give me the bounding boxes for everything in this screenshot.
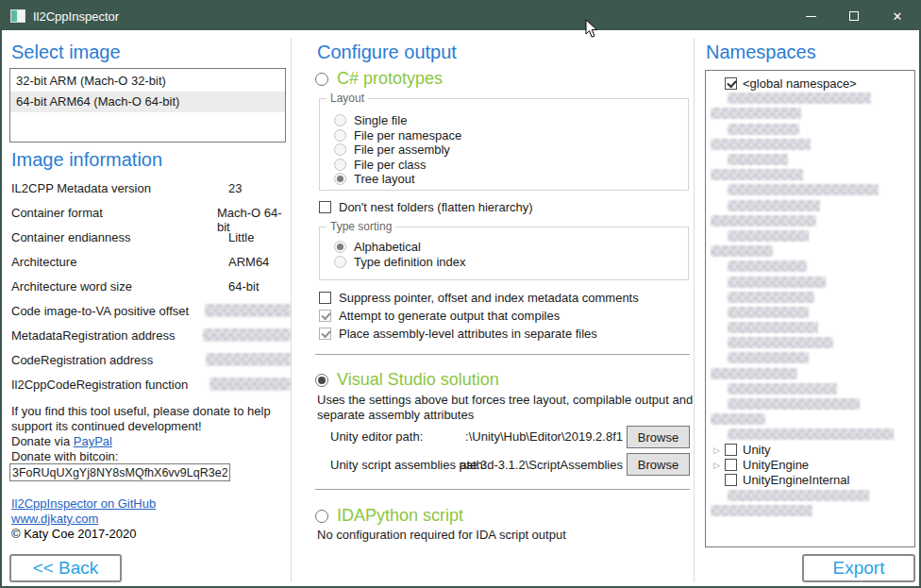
visual-studio-label: Visual Studio solution bbox=[337, 370, 499, 390]
minimize-button[interactable] bbox=[789, 2, 832, 30]
idapython-radio[interactable]: IDAPython script bbox=[315, 506, 463, 526]
image-list[interactable]: 32-bit ARM (Mach-O 32-bit)64-bit ARM64 (… bbox=[9, 68, 286, 143]
checkbox-icon[interactable] bbox=[725, 474, 737, 486]
type-sorting-option[interactable]: Type definition index bbox=[334, 255, 688, 270]
option-checkbox[interactable]: Attempt to generate output that compiles bbox=[319, 309, 560, 323]
namespace-redacted bbox=[711, 215, 816, 227]
namespace-item[interactable] bbox=[706, 290, 914, 305]
namespace-item[interactable] bbox=[706, 213, 914, 228]
namespace-item[interactable] bbox=[706, 412, 914, 427]
type-sorting-option[interactable]: Alphabetical bbox=[334, 240, 688, 255]
namespace-item[interactable] bbox=[706, 335, 914, 350]
namespace-redacted bbox=[728, 277, 826, 288]
option-checkbox-label: Suppress pointer, offset and index metad… bbox=[339, 291, 639, 305]
maximize-button[interactable] bbox=[832, 2, 876, 30]
layout-option[interactable]: File per class bbox=[334, 158, 688, 173]
namespace-item[interactable] bbox=[706, 182, 914, 197]
type-sorting-option-label: Type definition index bbox=[354, 255, 466, 269]
links-block: Il2CppInspector on GitHub www.djkaty.com… bbox=[11, 496, 156, 542]
info-value: 23 bbox=[228, 181, 242, 195]
configure-output-header: Configure output bbox=[317, 42, 457, 63]
namespace-item[interactable] bbox=[706, 244, 914, 259]
info-value: ARM64 bbox=[228, 255, 269, 269]
visual-studio-description: Uses the settings above but forces tree … bbox=[317, 393, 706, 423]
unity-editor-path-value[interactable]: :\Unity\Hub\Editor\2019.2.8f1 bbox=[321, 429, 623, 444]
namespace-item[interactable] bbox=[706, 167, 914, 182]
namespace-redacted bbox=[728, 337, 833, 348]
namespace-redacted bbox=[711, 413, 765, 425]
info-value-redacted bbox=[206, 353, 291, 366]
info-value: 64-bit bbox=[228, 279, 260, 294]
checkbox-icon[interactable] bbox=[725, 444, 737, 456]
info-row: Il2CppCodeRegistration function bbox=[11, 378, 291, 402]
checkbox-icon[interactable] bbox=[725, 77, 737, 90]
namespace-redacted bbox=[728, 307, 809, 318]
paypal-link[interactable]: PayPal bbox=[74, 434, 112, 448]
image-info-table: IL2CPP Metadata version23Container forma… bbox=[11, 181, 291, 402]
namespace-item[interactable] bbox=[706, 259, 914, 274]
namespace-item[interactable] bbox=[706, 137, 914, 152]
expander-icon[interactable] bbox=[711, 445, 725, 455]
namespace-item[interactable] bbox=[706, 198, 914, 213]
layout-option-label: File per class bbox=[354, 158, 427, 172]
namespace-item[interactable] bbox=[706, 427, 914, 442]
back-button[interactable]: << Back bbox=[9, 554, 122, 582]
image-list-item[interactable]: 32-bit ARM (Mach-O 32-bit) bbox=[10, 71, 285, 92]
unity-assemblies-path-value[interactable]: ate.3d-3.1.2\ScriptAssemblies bbox=[321, 458, 623, 472]
close-button[interactable]: ✕ bbox=[876, 2, 919, 30]
namespace-item[interactable]: Unity bbox=[706, 443, 914, 458]
option-checkbox[interactable]: Place assembly-level attributes in separ… bbox=[319, 327, 597, 341]
csharp-prototypes-radio[interactable]: C# prototypes bbox=[315, 69, 443, 89]
website-link[interactable]: www.djkaty.com bbox=[11, 512, 98, 526]
radio-icon bbox=[334, 143, 346, 156]
donate-message: If you find this tool useful, please don… bbox=[11, 404, 271, 433]
flatten-checkbox[interactable]: Don't nest folders (flatten hierarchy) bbox=[319, 200, 533, 214]
namespace-item[interactable] bbox=[706, 320, 914, 335]
namespace-item[interactable] bbox=[706, 488, 914, 503]
namespace-item[interactable] bbox=[706, 366, 914, 381]
info-row: IL2CPP Metadata version23 bbox=[11, 181, 291, 206]
namespace-item[interactable] bbox=[706, 152, 914, 167]
namespace-item[interactable] bbox=[706, 106, 914, 121]
namespace-item[interactable] bbox=[706, 305, 914, 320]
title-bar[interactable]: Il2CppInspector ✕ bbox=[2, 2, 919, 30]
namespaces-tree[interactable]: <global namespace>UnityUnityEngineUnityE… bbox=[705, 70, 915, 547]
namespace-item[interactable] bbox=[706, 396, 914, 412]
visual-studio-radio[interactable]: Visual Studio solution bbox=[315, 370, 499, 390]
layout-option[interactable]: Tree layout bbox=[334, 172, 688, 187]
namespace-item[interactable]: <global namespace> bbox=[706, 76, 914, 91]
namespace-item[interactable]: UnityEngineInternal bbox=[706, 473, 914, 488]
checkbox-icon[interactable] bbox=[725, 459, 737, 471]
option-checkbox[interactable]: Suppress pointer, offset and index metad… bbox=[319, 291, 639, 305]
namespace-item[interactable]: UnityEngine bbox=[706, 458, 914, 473]
github-link[interactable]: Il2CppInspector on GitHub bbox=[11, 496, 156, 511]
namespace-item[interactable] bbox=[706, 350, 914, 365]
export-button[interactable]: Export bbox=[802, 554, 915, 582]
expander-icon[interactable] bbox=[711, 461, 725, 470]
namespace-item[interactable] bbox=[706, 503, 914, 518]
layout-option[interactable]: Single file bbox=[334, 113, 688, 128]
info-value: Little bbox=[228, 230, 254, 244]
info-row: Architecture word size64-bit bbox=[11, 279, 291, 304]
namespace-redacted bbox=[728, 124, 799, 135]
bitcoin-address-input[interactable] bbox=[9, 463, 230, 481]
namespace-item[interactable] bbox=[706, 91, 914, 106]
layout-option[interactable]: File per assembly bbox=[334, 143, 688, 158]
select-image-header: Select image bbox=[11, 42, 121, 63]
namespace-item[interactable] bbox=[706, 228, 914, 244]
namespace-redacted bbox=[728, 352, 809, 363]
info-value-redacted bbox=[203, 328, 291, 342]
namespace-label: UnityEngineInternal bbox=[743, 473, 849, 487]
browse-assemblies-button[interactable]: Browse bbox=[627, 453, 690, 476]
namespace-item[interactable] bbox=[706, 381, 914, 396]
namespace-item[interactable] bbox=[706, 122, 914, 137]
image-list-item[interactable]: 64-bit ARM64 (Mach-O 64-bit) bbox=[10, 92, 285, 112]
browse-editor-button[interactable]: Browse bbox=[627, 426, 690, 448]
info-value-redacted bbox=[205, 304, 291, 317]
flatten-label: Don't nest folders (flatten hierarchy) bbox=[339, 200, 533, 214]
copyright-text: © Katy Coe 2017-2020 bbox=[11, 527, 136, 541]
checkbox-icon bbox=[319, 310, 331, 322]
layout-option[interactable]: File per namespace bbox=[334, 128, 688, 143]
window-controls: ✕ bbox=[789, 2, 919, 30]
namespace-item[interactable] bbox=[706, 274, 914, 289]
